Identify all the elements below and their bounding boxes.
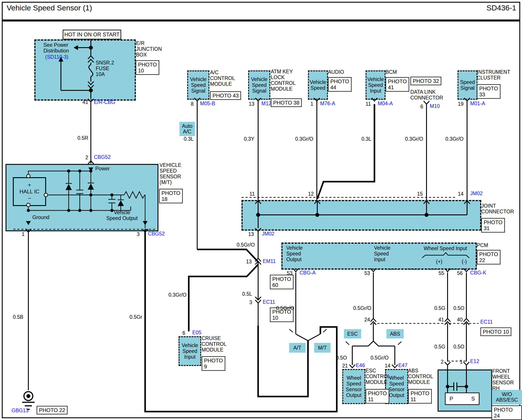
wire-53i: 0.5Gr/O (350, 305, 371, 311)
pcm-pin-53i: 53 (361, 270, 370, 276)
atm-pin: 13 (245, 101, 254, 107)
page-title: Vehicle Speed Sensor (1) (7, 5, 92, 11)
esc-name: ESC CONTROL MODULE (366, 368, 390, 385)
bcm-pin-box: Vehicle Speed Input (366, 70, 385, 100)
hall-ic-box: + HALL IC − (13, 177, 46, 206)
vss-pin-2: 2 (80, 155, 88, 160)
vss-pin-1: 1 (22, 231, 25, 237)
cluster-conn: M01-A (470, 100, 485, 106)
pcm-minus: (-) (462, 259, 467, 265)
doc-code: SD436-1 (470, 5, 516, 11)
hall-minus: − (28, 195, 31, 202)
cluster-pin-box: Speed Signal (458, 70, 477, 100)
atm-wire: 0.3Y (240, 136, 254, 142)
bcm-conn: M04-A (378, 100, 393, 106)
hall-ic-label: HALL IC (20, 188, 39, 195)
pcm-conn-cbgk: CBG-K (470, 270, 486, 275)
wire-53o: 0.5Gr/O (273, 305, 294, 311)
jc-conn13-jm02: JM02 (262, 231, 274, 237)
vss-name: VEHICLE SPEED SENSOR (M/T) (160, 162, 181, 185)
jc-name: JOINT CONNECTOR (481, 203, 514, 214)
er-photo-box: PHOTO 10 (136, 60, 159, 75)
cbg52-bottom: CBG52 (148, 231, 165, 237)
abs-conn: E47 (398, 362, 407, 368)
ec11-conn: EC11 (263, 299, 275, 305)
cruise-wire: 0.3Gr/O (165, 292, 187, 298)
jc-pin-14: 14 (454, 191, 463, 197)
esc-tag: ESC (344, 329, 361, 338)
vss-power-label: Power (95, 166, 110, 171)
wire-56b: 0.5O (450, 344, 464, 350)
at-tag: A/T (289, 343, 306, 353)
fws-name: FRONT WHEEL SENSOR RH (492, 368, 522, 391)
p-terminal: P (450, 396, 453, 402)
esc-photo-box: PHOTO 11 (366, 389, 389, 404)
s-terminal: S (471, 396, 475, 402)
wire-abs: 0.5Gr/O (367, 355, 389, 361)
cluster-pin: 19 (454, 101, 463, 107)
pcm-plus: (+) (436, 259, 442, 265)
dlc-name: DATA LINK CONNECTOR (410, 89, 443, 100)
jc-photo-box: PHOTO 31 (481, 218, 505, 233)
gbg13-conn: GBG13 (12, 408, 29, 413)
vss-pin-3: 3 (133, 231, 140, 237)
esc-conn: E46 (356, 362, 365, 368)
atm-module-pin-box: Vehicle Speed Signal (248, 70, 270, 100)
atm-module-name: ATM KEY LOCK CONTROL MODULE (271, 69, 296, 92)
cruise-conn: E05 (192, 330, 201, 335)
wire-05b: 0.5B (13, 314, 23, 320)
esc-pin: 21 (338, 363, 348, 369)
pcm-wheel-label: Wheel Speed Input (419, 245, 472, 251)
abs-pin: 14 (381, 363, 390, 369)
bcm-photo-box: PHOTO 41 (385, 77, 409, 92)
esc-pin-box: Wheel Speed Sensor Output (342, 369, 365, 404)
er-junction-label: E/R JUNCTION BOX (136, 40, 162, 58)
dlc-pin: 6 (416, 104, 423, 109)
cbg52-top: CBG52 (94, 154, 111, 160)
wire-05gr: 0.5Gr (124, 314, 142, 320)
ac-pin: 8 (186, 101, 194, 107)
ground-photo-box: PHOTO 22 (37, 406, 68, 414)
audio-conn: M76-A (320, 100, 335, 106)
cruise-photo-box: PHOTO 9 (202, 356, 225, 371)
e12-pin-1: 1 (456, 359, 463, 365)
vss-photo-box: PHOTO 18 (159, 189, 183, 203)
bcm-wire: 0.3L (357, 136, 371, 142)
ac-conn: M05-B (200, 100, 215, 106)
sd110-ref: (SD110-3) (45, 54, 68, 60)
wiring-diagram-page: Vehicle Speed Sensor (1) SD436-1 + HALL … (0, 0, 522, 420)
pcm-in-label: Vehicle Speed Input (374, 245, 390, 262)
ec11b-pin-41: 41 (435, 317, 444, 322)
vss-ground-label: Ground (32, 214, 49, 220)
wire-05r: 0.5R (73, 135, 88, 141)
pcm-pin-53o: 53 (284, 270, 292, 276)
abs-photo-box: PHOTO 11 (408, 389, 432, 404)
atm-photo-box: PHOTO 38 (271, 98, 302, 107)
jc-pin-13: 13 (245, 231, 254, 237)
bcm-pin: 11 (361, 101, 371, 107)
atm-conn: M12 (261, 100, 271, 106)
jm02-wire: 0.5Gr/O (233, 242, 255, 248)
pcm-pin-56: 56 (454, 270, 463, 276)
pcm-out-label: Vehicle Speed Output (286, 245, 303, 262)
cluster-wire: 0.3Gr/O (442, 136, 463, 142)
jc-pin-12: 12 (304, 191, 314, 197)
jc-pin-11: 11 (246, 191, 255, 197)
em11-wire-down: 0.5L (239, 291, 252, 297)
em11-photo-box: PHOTO 60 (270, 275, 294, 289)
wire-56: 0.5O (450, 305, 464, 311)
ec11b-pin-40: 40 (453, 317, 463, 322)
see-power-label: See Power Distribution (43, 42, 69, 53)
front-wheel-sensor-box (438, 369, 492, 412)
joint-connector-box (241, 200, 481, 231)
audio-wire: 0.3Gr/O (292, 136, 313, 142)
dlc-wire: 0.3Gr/O (401, 136, 423, 142)
audio-photo-box: PHOTO 44 (328, 77, 352, 92)
ac-photo-box: PHOTO 43 (210, 91, 241, 100)
cruise-pin-box: Vehicle Speed Input (179, 336, 201, 366)
jc-pin-15: 15 (414, 191, 423, 197)
cluster-name: INSTRUMENT CLUSTER (477, 69, 510, 81)
pickup-coil-box: P S (445, 393, 479, 405)
e12-conn: E12 (470, 359, 479, 364)
e12-pin-2: 2 (437, 359, 444, 365)
